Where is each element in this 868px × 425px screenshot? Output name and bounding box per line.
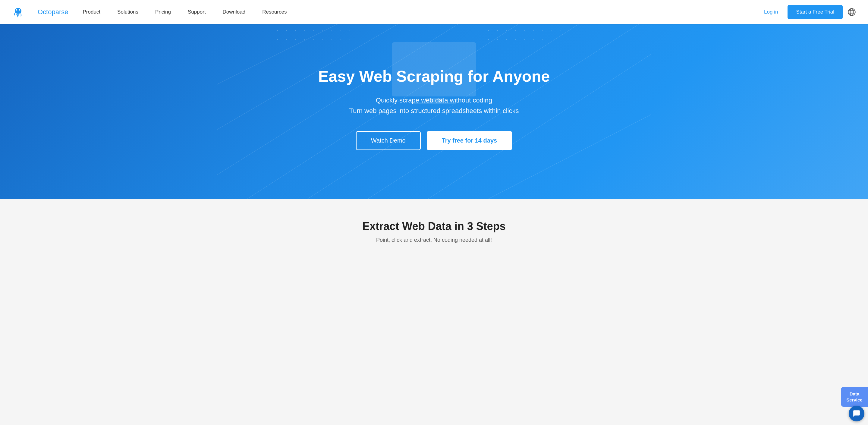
svg-rect-43 — [516, 30, 516, 31]
login-button[interactable]: Log in — [759, 7, 783, 18]
nav-item-download[interactable]: Download — [214, 0, 254, 24]
svg-rect-31 — [286, 39, 287, 40]
svg-rect-37 — [341, 39, 341, 40]
nav-item-product[interactable]: Product — [74, 0, 109, 24]
svg-rect-49 — [569, 30, 570, 31]
navbar: Octoparse Product Solutions Pricing Supp… — [0, 0, 868, 24]
svg-rect-57 — [533, 39, 534, 40]
hero-subtitle-line2: Turn web pages into structured spreadshe… — [349, 107, 519, 115]
svg-rect-48 — [561, 30, 561, 31]
svg-rect-55 — [516, 39, 516, 40]
hero-buttons: Watch Demo Try free for 14 days — [318, 131, 550, 150]
svg-point-3 — [17, 10, 17, 10]
svg-rect-32 — [296, 39, 296, 40]
svg-rect-18 — [277, 30, 278, 31]
hero-content: Easy Web Scraping for Anyone Quickly scr… — [318, 67, 550, 150]
svg-rect-24 — [332, 30, 332, 31]
hero-subtitle: Quickly scrape web data without coding T… — [318, 95, 550, 116]
extract-section-title: Extract Web Data in 3 Steps — [12, 220, 856, 233]
svg-rect-27 — [359, 30, 359, 31]
svg-rect-40 — [488, 30, 489, 31]
brand-logo[interactable]: Octoparse — [12, 6, 68, 18]
svg-rect-26 — [350, 30, 350, 31]
nav-item-resources[interactable]: Resources — [254, 0, 295, 24]
svg-rect-58 — [542, 39, 543, 40]
nav-item-solutions[interactable]: Solutions — [109, 0, 147, 24]
svg-rect-19 — [286, 30, 287, 31]
extract-section-subtitle: Point, click and extract. No coding need… — [12, 237, 856, 243]
watch-demo-button[interactable]: Watch Demo — [356, 131, 421, 150]
svg-rect-44 — [524, 30, 525, 31]
brand-divider — [31, 7, 31, 17]
svg-rect-25 — [341, 30, 341, 31]
nav-right: Log in Start a Free Trial — [759, 5, 856, 19]
svg-rect-53 — [497, 39, 498, 40]
svg-rect-42 — [506, 30, 507, 31]
svg-point-0 — [15, 8, 22, 14]
svg-rect-21 — [304, 30, 305, 31]
svg-rect-28 — [368, 30, 368, 31]
brand-name: Octoparse — [38, 8, 68, 16]
svg-rect-46 — [542, 30, 543, 31]
svg-rect-34 — [313, 39, 314, 40]
svg-rect-45 — [533, 30, 534, 31]
svg-rect-20 — [296, 30, 296, 31]
nav-item-support[interactable]: Support — [179, 0, 214, 24]
svg-rect-36 — [332, 39, 332, 40]
nav-item-pricing[interactable]: Pricing — [147, 0, 179, 24]
hero-subtitle-line1: Quickly scrape web data without coding — [376, 96, 492, 104]
language-globe-icon[interactable] — [847, 8, 856, 16]
extract-section: Extract Web Data in 3 Steps Point, click… — [0, 199, 868, 261]
svg-rect-23 — [322, 30, 323, 31]
svg-rect-52 — [488, 39, 489, 40]
free-trial-button[interactable]: Start a Free Trial — [787, 5, 843, 19]
svg-rect-22 — [313, 30, 314, 31]
svg-rect-54 — [506, 39, 507, 40]
svg-rect-51 — [588, 30, 588, 31]
svg-rect-47 — [552, 30, 552, 31]
hero-section: Easy Web Scraping for Anyone Quickly scr… — [0, 24, 868, 199]
svg-rect-30 — [277, 39, 278, 40]
nav-links: Product Solutions Pricing Support Downlo… — [74, 0, 760, 24]
svg-point-4 — [20, 10, 20, 10]
try-free-button[interactable]: Try free for 14 days — [427, 131, 512, 150]
svg-rect-38 — [350, 39, 350, 40]
svg-rect-35 — [322, 39, 323, 40]
svg-rect-56 — [524, 39, 525, 40]
svg-rect-29 — [377, 30, 377, 31]
svg-rect-50 — [579, 30, 579, 31]
svg-rect-41 — [497, 30, 498, 31]
hero-title: Easy Web Scraping for Anyone — [318, 67, 550, 86]
octoparse-logo-icon — [12, 6, 24, 18]
svg-rect-39 — [359, 39, 359, 40]
svg-rect-33 — [304, 39, 305, 40]
